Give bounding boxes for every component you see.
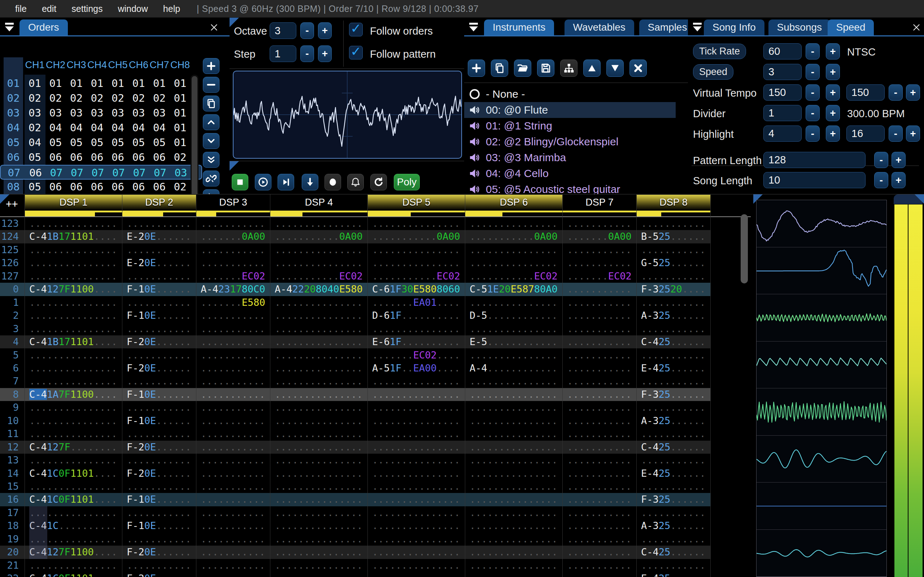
pattern-cell[interactable]: ...........: [196, 349, 270, 362]
pattern-cell[interactable]: ...............: [270, 467, 367, 480]
pattern-cell[interactable]: ...........: [122, 454, 196, 467]
menu-item-file[interactable]: file: [15, 3, 27, 14]
order-cell[interactable]: 07: [46, 166, 67, 180]
scrollbar-thumb[interactable]: [741, 214, 748, 284]
pattern-cell[interactable]: ...........: [636, 454, 710, 467]
order-cell[interactable]: 01: [170, 76, 191, 91]
pattern-cell[interactable]: ...............: [465, 559, 562, 572]
pattern-cell[interactable]: ...........: [122, 506, 196, 519]
order-cell[interactable]: 03: [24, 106, 45, 121]
tab-subsongs[interactable]: Subsongs: [769, 19, 831, 35]
pattern-cell[interactable]: ...........: [636, 375, 710, 388]
pattern-cell[interactable]: ...............: [465, 388, 562, 401]
pattern-cell[interactable]: ...............: [24, 401, 122, 414]
pattern-cell[interactable]: ...........: [636, 427, 710, 440]
pattern-cell[interactable]: ...............: [270, 362, 367, 375]
highlight-input[interactable]: 4: [763, 126, 802, 142]
follow-pattern-checkbox[interactable]: ✓: [349, 46, 363, 60]
pattern-cell[interactable]: ...............: [465, 414, 562, 427]
pattern-cell[interactable]: ...........EC02: [367, 270, 465, 283]
pattern-cell[interactable]: A-325......: [636, 519, 710, 532]
pattern-cell[interactable]: ...............: [465, 533, 562, 546]
order-cell[interactable]: 05: [24, 150, 45, 165]
pattern-cell[interactable]: ...........: [122, 243, 196, 256]
pattern-cell[interactable]: ...........: [562, 309, 636, 322]
pattern-cell[interactable]: ...........: [562, 243, 636, 256]
pattern-cell[interactable]: ...........: [196, 401, 270, 414]
order-cell[interactable]: 05: [87, 135, 108, 150]
pattern-cell[interactable]: C-41C0F1101....: [24, 572, 122, 577]
pattern-cell[interactable]: ...........: [196, 506, 270, 519]
pattern-cell[interactable]: ...........: [562, 427, 636, 440]
channel-header-4[interactable]: DSP 4: [270, 195, 367, 211]
menu-item-edit[interactable]: edit: [42, 3, 56, 14]
pattern-cell[interactable]: C-51E20E58780A0: [465, 283, 562, 296]
pattern-cell[interactable]: ...............: [465, 519, 562, 532]
pattern-cell[interactable]: ...........: [196, 375, 270, 388]
order-cell[interactable]: 03: [66, 106, 87, 121]
instrument-item[interactable]: 03: @3 Marimba: [464, 150, 676, 166]
pattern-cell[interactable]: ...............: [270, 546, 367, 559]
order-cell[interactable]: 03: [87, 106, 108, 121]
pattern-cell[interactable]: ...............: [24, 362, 122, 375]
pattern-cell[interactable]: ...............: [24, 256, 122, 269]
pattern-cell[interactable]: ...........: [562, 414, 636, 427]
menu-item-settings[interactable]: settings: [71, 3, 102, 14]
pattern-cell[interactable]: ...........: [562, 375, 636, 388]
pattern-cell[interactable]: ...............: [270, 296, 367, 309]
close-icon[interactable]: [208, 22, 220, 33]
pattern-cell[interactable]: ...........: [196, 546, 270, 559]
pattern-cell[interactable]: ...............: [465, 506, 562, 519]
order-cell[interactable]: 06: [108, 150, 128, 165]
pattern-cell[interactable]: ...........: [562, 388, 636, 401]
poly-toggle-button[interactable]: Poly: [394, 174, 420, 190]
pattern-cell[interactable]: ...............: [367, 519, 465, 532]
pattern-cell[interactable]: ...............: [367, 414, 465, 427]
pattern-scrollbar[interactable]: [739, 194, 749, 577]
order-cell[interactable]: 03: [149, 106, 170, 121]
pattern-cell[interactable]: ...........: [562, 256, 636, 269]
pattern-cell[interactable]: C-41C0F1101....: [24, 467, 122, 480]
pattern-cell[interactable]: D-5............: [465, 309, 562, 322]
tab-wavetables[interactable]: Wavetables: [564, 19, 634, 35]
metronome-button[interactable]: [347, 174, 364, 190]
pattern-cell[interactable]: ...............: [270, 243, 367, 256]
pattern-cell[interactable]: .......E580: [196, 296, 270, 309]
order-cell[interactable]: 06: [149, 150, 170, 165]
follow-orders-checkbox[interactable]: ✓: [349, 23, 363, 36]
pattern-cell[interactable]: ...............: [465, 401, 562, 414]
pattern-cell[interactable]: ...............: [367, 493, 465, 506]
pattern-cell[interactable]: ...........: [562, 533, 636, 546]
pattern-cell[interactable]: ...............: [465, 467, 562, 480]
pattern-cell[interactable]: .......EC02: [196, 270, 270, 283]
pattern-cell[interactable]: ...........: [122, 349, 196, 362]
pattern-cell[interactable]: F-10E......: [122, 388, 196, 401]
pattern-cell[interactable]: ...........: [196, 467, 270, 480]
pattern-cell[interactable]: ...........: [196, 519, 270, 532]
pattern-cell[interactable]: ...........: [122, 217, 196, 230]
pattern-cell[interactable]: ...........: [562, 283, 636, 296]
pattern-cell[interactable]: ...............: [270, 533, 367, 546]
pattern-cell[interactable]: ...............: [367, 572, 465, 577]
pattern-cell[interactable]: ...........: [562, 401, 636, 414]
collapse-icon[interactable]: [3, 21, 16, 34]
speed-input[interactable]: 3: [763, 64, 802, 80]
pattern-cell[interactable]: .......0A00: [196, 230, 270, 243]
order-cell[interactable]: 02: [149, 91, 170, 106]
order-cell[interactable]: 06: [87, 150, 108, 165]
add-order-button[interactable]: [203, 58, 220, 74]
tab-samples[interactable]: Samples: [639, 19, 696, 35]
pattern-cell[interactable]: C-425......: [636, 335, 710, 348]
pattern-cell[interactable]: .......0A00: [562, 230, 636, 243]
pattern-cell[interactable]: ...........: [122, 533, 196, 546]
pattern-cell[interactable]: .......EA01....: [367, 296, 465, 309]
pattern-cell[interactable]: ...............: [367, 322, 465, 335]
pattern-cell[interactable]: ...........0A00: [270, 230, 367, 243]
pattern-cell[interactable]: ...........EC02: [465, 270, 562, 283]
pattern-cell[interactable]: ...............: [465, 572, 562, 577]
remove-order-button[interactable]: [203, 77, 220, 93]
pattern-cell[interactable]: ...............: [270, 375, 367, 388]
pattern-cell[interactable]: ...............: [24, 243, 122, 256]
pattern-cell[interactable]: ...............: [24, 414, 122, 427]
order-cell[interactable]: 02: [129, 91, 149, 106]
